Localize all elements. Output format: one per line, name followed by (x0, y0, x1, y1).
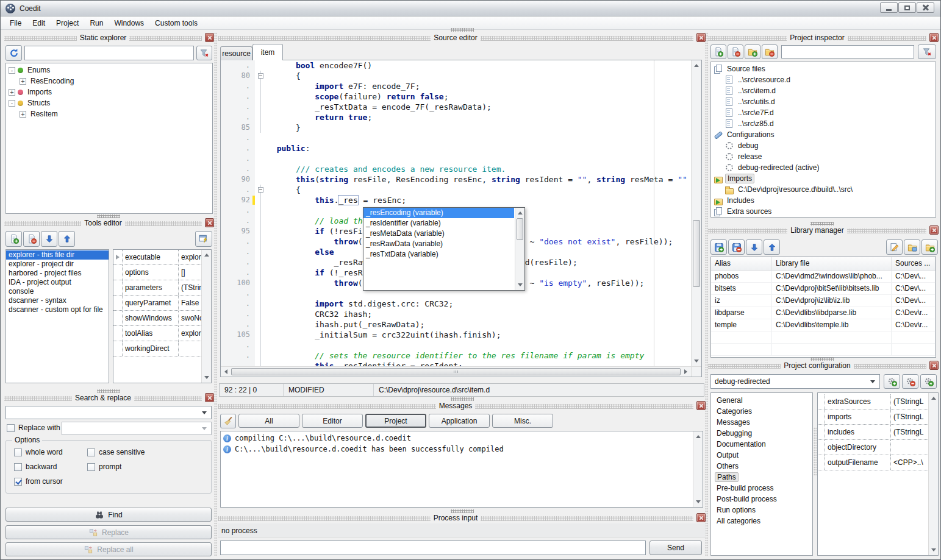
refresh-button[interactable] (5, 45, 22, 61)
project-tree-item[interactable]: ..\src\resource.d (711, 74, 936, 85)
tool-list-item[interactable]: explorer - project dir (6, 260, 109, 269)
property-row[interactable]: executable explorer (113, 250, 201, 265)
property-value[interactable]: explorer (179, 253, 201, 261)
category-item[interactable]: Output (711, 450, 812, 461)
project-tree-item[interactable]: Imports (711, 173, 936, 184)
remove-folder-button[interactable] (762, 44, 778, 59)
project-tree-item[interactable]: debug (711, 140, 936, 151)
property-value[interactable]: False (179, 299, 201, 307)
tab-item[interactable]: item (252, 44, 283, 60)
code-line[interactable]: . { (221, 185, 691, 195)
tool-list-item[interactable]: harbored - project files (6, 269, 109, 278)
code-line[interactable]: . public: (221, 143, 691, 154)
expander-icon[interactable]: - (9, 67, 15, 74)
replace-term-combobox[interactable] (62, 422, 212, 435)
message-entry[interactable]: i compiling C:\...\build\resource.d.coed… (221, 433, 693, 444)
property-value[interactable]: (TStringL (891, 397, 928, 406)
code-line[interactable]: 92 this._res = resEnc; (221, 195, 691, 205)
config-grid-scrollbar[interactable] (928, 393, 938, 555)
property-value[interactable]: swoNone (179, 314, 201, 322)
maximize-button[interactable] (898, 2, 916, 13)
property-grid-scrollbar[interactable] (201, 250, 211, 383)
vertical-splitter[interactable] (705, 32, 708, 556)
project-tree-item[interactable]: Configurations (711, 129, 936, 140)
project-tree-item[interactable]: Source files (711, 63, 936, 74)
tool-list-item[interactable]: dscanner - custom opt for file (6, 305, 109, 314)
code-line[interactable]: . (221, 154, 691, 164)
property-value[interactable]: <CPP>..\ (891, 458, 928, 467)
tab-resource[interactable]: resource (220, 46, 252, 60)
code-line[interactable]: . _resTxtData = encode_7F(_resRawData); (221, 102, 691, 112)
replace-with-option[interactable]: Replace with (7, 424, 60, 432)
project-tree-item[interactable]: Extra sources (711, 206, 936, 217)
expander-icon[interactable]: + (20, 78, 26, 85)
code-line[interactable]: . /// creates and encodes a new resource… (221, 164, 691, 174)
close-panel-icon[interactable] (696, 513, 706, 522)
message-filter-button[interactable]: Editor (302, 414, 363, 428)
code-line[interactable]: 80 { (221, 71, 691, 81)
property-value[interactable]: explorer (179, 329, 201, 338)
remove-configuration-button[interactable] (902, 374, 918, 389)
add-tool-button[interactable] (5, 231, 22, 247)
property-value[interactable]: (TStringL (179, 283, 201, 292)
completion-item[interactable]: _resMetaData (variable) (363, 229, 514, 239)
code-line[interactable]: . ihash.put(_resRawData); (221, 319, 691, 330)
open-library-file-button[interactable] (904, 239, 920, 255)
remove-source-button[interactable] (728, 44, 743, 59)
property-value[interactable]: (TStringL (891, 428, 928, 436)
project-tree-item[interactable]: C:\Dev\dproj\resource.d\build\..\src\ (711, 184, 936, 195)
project-tree-item[interactable]: ..\src\z85.d (711, 118, 936, 129)
tool-list-item[interactable]: IDA - project output (6, 278, 109, 287)
clear-filter-button[interactable] (196, 46, 212, 60)
code-editor[interactable]: . bool encodee7F()80 {. import e7F: enco… (220, 60, 702, 377)
menu-item[interactable]: Edit (27, 17, 51, 29)
completion-scrollbar[interactable] (515, 208, 524, 290)
property-row[interactable]: parameters (TStringL (113, 280, 201, 296)
case-sensitive-option[interactable]: case sensitive (87, 448, 145, 456)
find-button[interactable]: Find (5, 508, 212, 522)
code-line[interactable]: . this._resIdentifier = resIdent; (221, 361, 691, 366)
category-item[interactable]: Pre-build process (711, 483, 812, 494)
tree-item[interactable]: + ResItem (6, 108, 212, 119)
project-tree-item[interactable]: ..\src\e7F.d (711, 107, 936, 118)
config-property-row[interactable]: extraSources (TStringL (818, 394, 928, 409)
property-value[interactable]: [] (179, 268, 201, 277)
menu-item[interactable]: Custom tools (149, 17, 203, 29)
add-library-button[interactable] (710, 239, 727, 255)
menu-item[interactable]: Run (84, 17, 109, 29)
project-tree-item[interactable]: Includes (711, 195, 936, 206)
close-panel-icon[interactable] (696, 33, 706, 42)
messages-scrollbar[interactable] (693, 431, 703, 507)
prompt-option[interactable]: prompt (87, 463, 121, 471)
clear-inspector-filter-button[interactable] (918, 44, 936, 59)
tool-list-item[interactable]: console (6, 287, 109, 296)
category-item[interactable]: Paths (711, 472, 812, 483)
expander-icon[interactable]: + (9, 89, 15, 96)
move-library-down-button[interactable] (746, 239, 762, 255)
category-item[interactable]: Others (711, 461, 812, 472)
library-row[interactable]: iz C:\Dev\dproj\iz\lib\iz.lib C:\Dev\... (711, 295, 936, 307)
library-row[interactable]: libdparse C:\Dev\dlibs\libdparse.lib C:\… (711, 307, 936, 319)
symbol-filter-input[interactable] (24, 46, 194, 60)
menu-item[interactable]: File (4, 17, 27, 29)
category-item[interactable]: Post-build process (711, 494, 812, 505)
add-source-button[interactable] (710, 44, 726, 59)
code-line[interactable]: 105 _initialSum = crc322uint(ihash.finis… (221, 330, 691, 340)
close-panel-icon[interactable] (205, 218, 214, 227)
replace-with-checkbox[interactable] (7, 424, 15, 432)
edit-library-button[interactable] (886, 239, 903, 255)
from-cursor-option[interactable]: from cursor (14, 477, 63, 486)
title-bar[interactable]: Coedit (1, 1, 940, 16)
config-splitter[interactable] (814, 427, 817, 476)
remove-tool-button[interactable] (23, 231, 40, 247)
code-line[interactable]: . (221, 133, 691, 143)
tree-item[interactable]: + Imports (6, 87, 212, 97)
project-tree-item[interactable]: debug-redirected (active) (711, 162, 936, 173)
category-item[interactable]: Run options (711, 505, 812, 516)
message-entry[interactable]: i C:\...\build\resource.d.coedit has bee… (221, 444, 693, 455)
code-line[interactable]: . (221, 340, 691, 350)
property-row[interactable]: toolAlias explorer (113, 326, 201, 341)
config-property-row[interactable]: objectDirectory (818, 440, 928, 455)
message-filter-button[interactable]: Application (429, 414, 490, 428)
clone-configuration-button[interactable] (920, 374, 937, 389)
